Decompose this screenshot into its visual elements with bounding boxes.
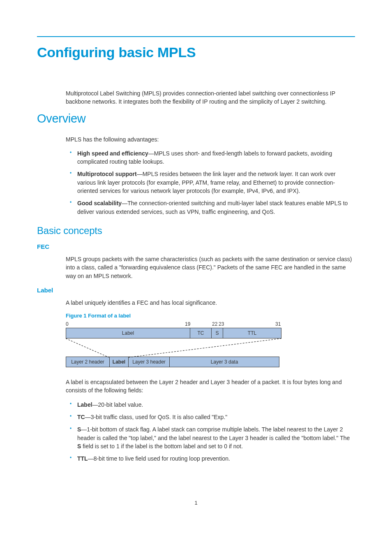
label-format-figure: 0 19 22 23 31 Label TC S TTL Layer 2 hea… (66, 321, 284, 367)
list-dash: — (81, 426, 87, 433)
dashed-lines-icon (66, 338, 284, 363)
list-text: 20-bit label value. (98, 401, 143, 408)
list-dash: — (88, 455, 94, 462)
list-dash: — (85, 414, 91, 420)
fec-heading: FEC (37, 243, 355, 250)
list-term: High speed and efficiency (77, 150, 148, 157)
overview-list: High speed and efficiency—MPLS uses shor… (66, 149, 355, 216)
label-field-row: Label TC S TTL (66, 328, 281, 338)
page-number: 1 (0, 500, 392, 506)
list-item: TC—3-bit traffic class, used for QoS. It… (66, 413, 355, 421)
list-dash: — (137, 171, 143, 177)
intro-block: Multiprotocol Label Switching (MPLS) pro… (66, 89, 355, 106)
top-rule (37, 36, 355, 37)
list-term: Good scalability (77, 200, 122, 206)
list-text-post: field is set to 1 if the label is the bo… (81, 443, 243, 450)
list-text-pre: 1-bit bottom of stack flag. A label stac… (77, 426, 350, 441)
list-item: TTL—8-bit time to live field used for ro… (66, 454, 355, 463)
list-dash: — (122, 200, 127, 206)
label-block: A label uniquely identifies a FEC and ha… (66, 299, 355, 463)
list-dash: — (92, 401, 98, 408)
list-term: Multiprotocol support (77, 171, 137, 177)
list-item: Multiprotocol support—MPLS resides betwe… (66, 170, 355, 195)
overview-heading: Overview (37, 112, 355, 125)
bit-number: 22 (212, 321, 217, 327)
bit-number-row: 0 19 22 23 31 (66, 321, 284, 328)
svg-line-0 (66, 338, 109, 357)
bit-number: 0 (66, 321, 69, 327)
bit-number: 19 (185, 321, 190, 327)
label-lead: A label uniquely identifies a FEC and ha… (66, 299, 355, 307)
intro-paragraph: Multiprotocol Label Switching (MPLS) pro… (66, 89, 355, 106)
fec-block: MPLS groups packets with the same charac… (66, 255, 355, 280)
field-tc: TC (190, 328, 212, 338)
overview-lead: MPLS has the following advantages: (66, 135, 355, 144)
label-field-list: Label—20-bit label value. TC—3-bit traff… (66, 401, 355, 463)
svg-line-1 (128, 338, 281, 357)
list-item: Label—20-bit label value. (66, 401, 355, 409)
label-after-fig: A label is encapsulated between the Laye… (66, 378, 355, 395)
field-s: S (212, 328, 223, 338)
list-term: TC (77, 414, 85, 420)
list-item: Good scalability—The connection-oriented… (66, 199, 355, 216)
bit-number: 23 (219, 321, 224, 327)
list-item: High speed and efficiency—MPLS uses shor… (66, 149, 355, 166)
figure-caption: Figure 1 Format of a label (66, 313, 355, 319)
page-title: Configuring basic MPLS (37, 44, 355, 60)
field-label: Label (66, 328, 190, 338)
list-text-bold: S (77, 443, 81, 450)
document-page: Configuring basic MPLS Multiprotocol Lab… (0, 0, 392, 533)
basic-concepts-heading: Basic concepts (37, 225, 355, 236)
bit-number: 31 (275, 321, 281, 327)
list-term: Label (77, 401, 92, 408)
overview-block: MPLS has the following advantages: High … (66, 135, 355, 216)
list-term: TTL (77, 455, 88, 462)
list-term: S (77, 426, 81, 433)
label-heading: Label (37, 287, 355, 294)
list-item: S—1-bit bottom of stack flag. A label st… (66, 425, 355, 450)
list-dash: — (148, 150, 154, 157)
list-text: 3-bit traffic class, used for QoS. It is… (91, 414, 228, 420)
list-text: 8-bit time to live field used for routin… (94, 455, 230, 462)
fec-text: MPLS groups packets with the same charac… (66, 255, 355, 280)
field-ttl: TTL (223, 328, 281, 338)
